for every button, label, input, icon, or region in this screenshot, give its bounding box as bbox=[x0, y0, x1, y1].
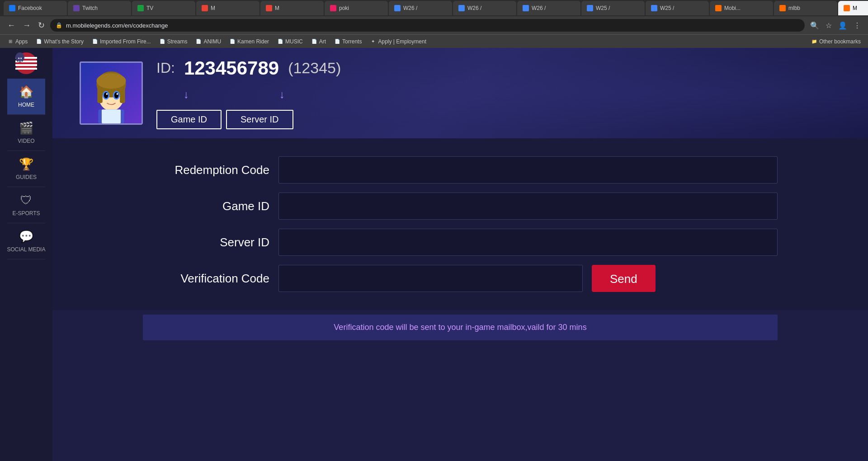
bookmark-icon-4: 📄 bbox=[195, 38, 202, 45]
redemption-code-row: Redemption Code bbox=[143, 156, 778, 183]
bookmark-label-6: MUSIC bbox=[285, 38, 303, 45]
bookmark-label-1: What's the Story bbox=[44, 38, 84, 45]
bookmark-icon-2: 📄 bbox=[92, 38, 98, 45]
bookmark-item-10[interactable]: 📁Other bookmarks bbox=[807, 38, 864, 46]
tab-favicon-mlbb bbox=[779, 5, 786, 11]
tab-favicon-doc5 bbox=[651, 5, 657, 11]
tab-favicon-gmail1 bbox=[202, 5, 208, 11]
bookmark-icon-9: ✦ bbox=[370, 38, 376, 45]
star-icon[interactable]: ☆ bbox=[824, 19, 834, 32]
bookmark-item-2[interactable]: 📄Imported From Fire... bbox=[88, 38, 155, 46]
bookmark-icon-6: 📄 bbox=[277, 38, 283, 45]
tab-favicon-doc1 bbox=[394, 5, 401, 11]
character-svg bbox=[81, 61, 142, 125]
svg-point-13 bbox=[96, 73, 126, 89]
send-button[interactable]: Send bbox=[592, 265, 656, 292]
tab-current[interactable]: M✕ bbox=[838, 1, 868, 15]
tab-favicon-fb bbox=[9, 5, 15, 11]
sidebar: ★★ ★★ 🏠HOME🎬VIDEO🏆GUIDES🛡E-SPORTS💬SOCIAL… bbox=[0, 48, 52, 461]
tab-tv[interactable]: TV bbox=[132, 1, 195, 15]
svg-point-17 bbox=[114, 92, 119, 98]
tab-mobile[interactable]: Mobi... bbox=[710, 1, 773, 15]
server-id-number: (12345) bbox=[288, 59, 341, 77]
bookmark-icon-10: 📁 bbox=[811, 38, 817, 45]
server-id-arrow: ↓ bbox=[279, 88, 285, 101]
social-icon: 💬 bbox=[19, 230, 33, 244]
address-bar-wrap: 🔒 bbox=[50, 19, 805, 32]
bookmark-item-3[interactable]: 📄Streams bbox=[156, 38, 191, 46]
esports-icon: 🛡 bbox=[20, 193, 32, 207]
sidebar-item-esports[interactable]: 🛡E-SPORTS bbox=[7, 187, 46, 223]
profile-icon[interactable]: 👤 bbox=[836, 19, 849, 32]
tab-label-mobile: Mobi... bbox=[724, 5, 768, 11]
tab-favicon-mobile bbox=[715, 5, 722, 11]
tab-doc4[interactable]: W25 / bbox=[581, 1, 645, 15]
address-bar[interactable] bbox=[66, 22, 799, 29]
server-id-input[interactable] bbox=[278, 229, 778, 256]
bookmark-item-0[interactable]: ⊞Apps bbox=[4, 38, 31, 46]
tab-doc3[interactable]: W26 / bbox=[517, 1, 580, 15]
bookmark-item-9[interactable]: ✦Apply | Employment bbox=[366, 38, 430, 46]
bookmark-item-5[interactable]: 📄Kamen Rider bbox=[226, 38, 273, 46]
tab-favicon-twitch bbox=[73, 5, 80, 11]
tab-fb[interactable]: Facebook bbox=[4, 1, 67, 15]
svg-text:★★: ★★ bbox=[18, 60, 22, 63]
game-id-button[interactable]: Game ID bbox=[156, 110, 222, 129]
sidebar-label-social: SOCIAL MEDIA bbox=[7, 246, 46, 253]
svg-rect-4 bbox=[15, 68, 37, 70]
tab-twitch[interactable]: Twitch bbox=[68, 1, 131, 15]
bookmark-icon-3: 📄 bbox=[159, 38, 165, 45]
tab-poki[interactable]: poki bbox=[325, 1, 388, 15]
bookmarks-bar: ⊞Apps📄What's the Story📄Imported From Fir… bbox=[0, 34, 868, 48]
bookmark-label-9: Apply | Employment bbox=[378, 38, 426, 45]
tab-favicon-doc3 bbox=[523, 5, 529, 11]
form-section: Redemption Code Game ID Server ID Verifi… bbox=[52, 138, 868, 310]
game-id-arrow: ↓ bbox=[184, 88, 189, 101]
server-id-button[interactable]: Server ID bbox=[226, 110, 293, 129]
bookmark-icon-0: ⊞ bbox=[7, 38, 14, 45]
tab-gmail2[interactable]: M bbox=[260, 1, 324, 15]
main-layout: ★★ ★★ 🏠HOME🎬VIDEO🏆GUIDES🛡E-SPORTS💬SOCIAL… bbox=[0, 48, 868, 461]
bookmark-label-10: Other bookmarks bbox=[819, 38, 861, 45]
nav-bar: ← → ↻ 🔒 🔍 ☆ 👤 ⋮ bbox=[0, 16, 868, 34]
verification-code-input[interactable] bbox=[278, 265, 583, 292]
game-id-row: Game ID bbox=[143, 193, 778, 220]
tab-favicon-doc4 bbox=[587, 5, 593, 11]
bookmark-item-7[interactable]: 📄Art bbox=[307, 38, 330, 46]
tab-favicon-gmail2 bbox=[266, 5, 272, 11]
profile-id-row: ID: 123456789 (12345) bbox=[156, 57, 341, 79]
tab-doc1[interactable]: W26 / bbox=[389, 1, 452, 15]
bookmark-item-1[interactable]: 📄What's the Story bbox=[32, 38, 87, 46]
nav-actions: 🔍 ☆ 👤 ⋮ bbox=[808, 19, 863, 32]
bookmark-item-4[interactable]: 📄ANIMU bbox=[192, 38, 225, 46]
sidebar-item-home[interactable]: 🏠HOME bbox=[7, 79, 46, 115]
settings-icon[interactable]: ⋮ bbox=[852, 19, 863, 32]
bookmark-label-5: Kamen Rider bbox=[237, 38, 269, 45]
tab-doc2[interactable]: W26 / bbox=[453, 1, 516, 15]
forward-button[interactable]: → bbox=[21, 19, 33, 32]
search-icon[interactable]: 🔍 bbox=[808, 19, 821, 32]
tab-gmail1[interactable]: M bbox=[196, 1, 259, 15]
svg-text:★★: ★★ bbox=[18, 57, 22, 60]
tab-mlbb[interactable]: mlbb bbox=[774, 1, 837, 15]
back-button[interactable]: ← bbox=[5, 19, 17, 32]
bookmark-item-8[interactable]: 📄Torrents bbox=[330, 38, 365, 46]
redemption-code-input[interactable] bbox=[278, 156, 778, 183]
bookmark-item-6[interactable]: 📄MUSIC bbox=[274, 38, 307, 46]
verification-code-label: Verification Code bbox=[143, 272, 269, 286]
sidebar-item-video[interactable]: 🎬VIDEO bbox=[7, 115, 46, 151]
sidebar-item-guides[interactable]: 🏆GUIDES bbox=[7, 151, 46, 187]
sidebar-item-social[interactable]: 💬SOCIAL MEDIA bbox=[7, 223, 46, 259]
game-id-input[interactable] bbox=[278, 193, 778, 220]
reload-button[interactable]: ↻ bbox=[36, 19, 47, 32]
home-icon: 🏠 bbox=[19, 85, 33, 99]
sidebar-label-esports: E-SPORTS bbox=[12, 210, 40, 216]
tab-label-poki: poki bbox=[339, 5, 382, 11]
tab-label-doc4: W25 / bbox=[596, 5, 639, 11]
language-flag[interactable]: ★★ ★★ bbox=[14, 52, 38, 75]
tab-label-doc5: W25 / bbox=[660, 5, 703, 11]
sidebar-label-video: VIDEO bbox=[18, 138, 34, 144]
tab-doc5[interactable]: W25 / bbox=[646, 1, 709, 15]
bookmark-label-0: Apps bbox=[15, 38, 28, 45]
tab-label-gmail1: M bbox=[211, 5, 254, 11]
